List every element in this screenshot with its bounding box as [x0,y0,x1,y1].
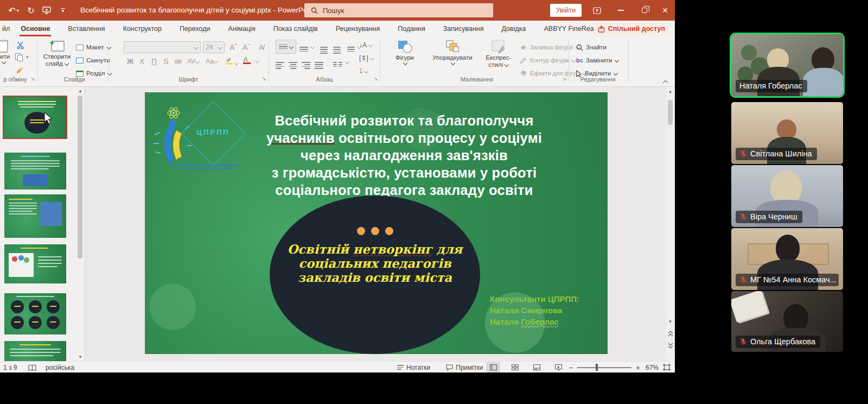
highlight-color-button[interactable] [225,56,238,66]
tab-design[interactable]: Конструктор [122,21,163,37]
numbering-button[interactable] [299,42,308,52]
align-left-icon[interactable] [276,58,284,69]
drawing-dialog-launcher[interactable]: ↘ [562,75,566,81]
bullets-button[interactable] [276,40,296,54]
slideshow-from-start-icon[interactable] [40,0,53,21]
font-size-combo[interactable]: 24 [203,41,225,53]
increase-indent-icon[interactable] [333,42,341,54]
columns-button[interactable] [333,58,342,67]
notes-button[interactable]: Нотатки [397,362,430,373]
layout-button[interactable]: Макет [76,41,111,53]
fit-to-window-button[interactable] [663,362,671,373]
copy-icon[interactable] [15,53,23,61]
tab-recording[interactable]: Записування [442,21,485,37]
zoom-slider-track[interactable] [577,367,631,368]
tab-view[interactable]: Подання [397,21,426,37]
align-text-button[interactable]: [⇕] [359,54,374,62]
participant-tile-2[interactable]: Світлана Шиліна [731,102,843,164]
columns-chevron[interactable] [345,59,349,65]
participant-tile-1[interactable]: Наталя Гоберлас [731,34,843,96]
slide-thumbnail-3[interactable] [4,194,66,238]
thumbnail-scrollbar[interactable]: ▲ ▼ [76,87,85,361]
align-right-icon[interactable] [302,58,310,69]
grow-font-icon[interactable]: Aˆ [228,41,239,53]
zoom-slider-thumb[interactable] [596,364,598,371]
close-button[interactable]: × [655,0,675,21]
share-button[interactable]: Спільний доступ [593,22,669,35]
tab-home[interactable]: Основне [20,21,51,37]
paragraph-dialog-launcher[interactable]: ↘ [373,75,378,81]
copy-dropdown-chevron[interactable]: ▾ [26,54,29,60]
tab-file-partial[interactable]: йл [1,21,11,37]
tab-animations[interactable]: Анімація [227,21,257,37]
search-box[interactable]: Пошук [304,3,493,17]
font-dialog-launcher[interactable]: ↘ [261,75,266,81]
find-button[interactable]: Знайти [576,41,607,53]
thumbnail-scroll-up-icon[interactable]: ▲ [76,87,85,94]
shape-fill-button[interactable]: Заливка фігури [520,41,579,53]
participant-tile-4[interactable]: МГ №54 Анна Космач... [731,228,843,290]
numbering-chevron[interactable] [310,43,314,50]
next-slide-button[interactable] [666,341,674,350]
change-case-button[interactable]: Aa [204,55,219,67]
participant-tile-5[interactable]: Ольга Щербакова [731,291,843,352]
undo-icon[interactable]: ↶▾ [7,0,21,21]
canvas-scrollbar[interactable]: ▲ ▼ [666,87,674,361]
font-color-button[interactable]: A [243,55,251,64]
slide-sorter-view-button[interactable] [508,362,522,373]
normal-view-button[interactable] [486,362,500,373]
language-indicator[interactable]: російська [46,362,74,373]
format-painter-icon[interactable] [15,67,24,76]
minimize-button[interactable] [611,0,630,21]
strikethrough-button[interactable]: ab [173,55,183,67]
slide-thumbnail-6[interactable] [4,341,66,361]
underline-button[interactable]: П [149,55,159,67]
font-name-combo[interactable] [124,41,201,53]
cut-icon[interactable] [16,41,24,50]
quick-styles-button[interactable]: Експрес- стилі [482,39,515,68]
convert-smartart-button[interactable]: ⤵ [359,67,368,75]
slide-thumbnail-5[interactable] [4,293,66,334]
restore-button[interactable] [635,0,654,21]
redo-icon[interactable]: ↻ [25,0,37,21]
reset-button[interactable]: Скинути [76,54,110,66]
customize-qat-icon[interactable]: ▾ [58,0,68,21]
decrease-indent-icon[interactable] [320,42,328,54]
thumbnail-scroll-down-icon[interactable]: ▼ [76,353,85,361]
scrollbar-thumb[interactable] [668,100,673,125]
bold-button[interactable]: Ж [125,55,136,67]
reading-view-button[interactable] [529,362,544,373]
shrink-font-icon[interactable]: Aˇ [241,41,252,53]
zoom-out-button[interactable]: − [569,362,573,373]
zoom-in-button[interactable]: + [636,362,640,373]
scroll-down-icon[interactable]: ▼ [666,317,674,326]
replace-button[interactable]: bc Замінити [576,54,618,66]
participant-tile-3[interactable]: Віра Черниш [731,165,843,227]
scroll-up-icon[interactable]: ▲ [666,87,674,96]
font-color-chevron[interactable] [255,58,259,64]
slide-title[interactable]: Всебічний розвиток та благополуччя учасн… [247,112,561,199]
line-spacing-button[interactable] [347,42,355,52]
text-direction-button[interactable]: ↓A [359,41,372,49]
tab-review[interactable]: Рецензування [335,21,381,37]
previous-slide-button[interactable] [666,329,674,338]
shapes-button[interactable]: Фігури [387,39,422,65]
slide-thumbnail-1[interactable] [3,96,67,139]
slideshow-view-button[interactable] [551,362,565,373]
shape-outline-button[interactable]: Контур фігури [520,54,575,66]
arrange-button[interactable]: Упорядкувати [426,39,478,65]
thumbnail-scrollbar-thumb[interactable] [78,96,82,258]
italic-button[interactable]: К [137,55,148,67]
slide-thumbnail-2[interactable] [4,153,66,190]
ribbon-display-options-icon[interactable] [587,0,607,21]
paste-button[interactable]: вити [0,39,14,64]
text-shadow-button[interactable]: S [161,55,171,67]
proofing-icon[interactable] [28,362,36,373]
dark-circle[interactable]: Освітній нетворкінг для соціальних педаг… [270,195,480,354]
clipboard-dialog-launcher[interactable]: ↘ [30,75,35,81]
justify-icon[interactable] [315,58,323,69]
tab-insert[interactable]: Вставлення [67,21,106,37]
zoom-level[interactable]: 67% [646,362,659,373]
comments-button[interactable]: Примітки [446,362,483,373]
align-center-icon[interactable] [289,58,297,69]
